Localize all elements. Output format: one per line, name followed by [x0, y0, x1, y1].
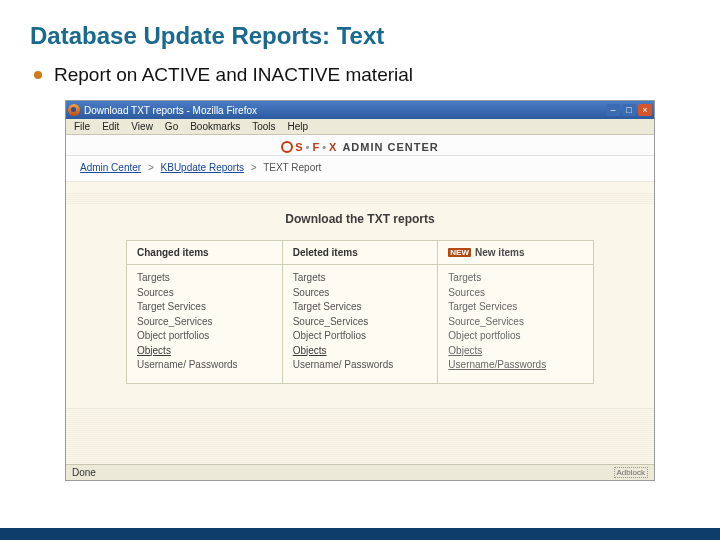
brand-s: S: [295, 141, 302, 153]
menu-go[interactable]: Go: [165, 121, 178, 132]
report-link[interactable]: Target Services: [137, 300, 272, 315]
column-header-label: Changed items: [137, 247, 209, 258]
new-badge-icon: NEW: [448, 248, 471, 257]
sfx-logo: S•F•X: [281, 141, 336, 153]
ring-icon: [281, 141, 293, 153]
reports-table: Changed itemsTargetsSourcesTarget Servic…: [126, 240, 594, 384]
report-link[interactable]: Sources: [448, 286, 583, 301]
column-header-label: New items: [475, 247, 524, 258]
admin-header: S•F•X ADMIN CENTER: [66, 135, 654, 156]
maximize-button[interactable]: □: [622, 104, 636, 116]
brand-f: F: [312, 141, 319, 153]
report-link[interactable]: Source_Services: [293, 315, 428, 330]
column-header-label: Deleted items: [293, 247, 358, 258]
titlebar: Download TXT reports - Mozilla Firefox –…: [66, 101, 654, 119]
minimize-button[interactable]: –: [606, 104, 620, 116]
bullet-text: Report on ACTIVE and INACTIVE material: [54, 64, 413, 86]
column-header: Changed items: [127, 241, 282, 265]
footer-strip: [0, 528, 720, 540]
report-link[interactable]: Targets: [293, 271, 428, 286]
report-link[interactable]: Sources: [293, 286, 428, 301]
report-link[interactable]: Source_Services: [137, 315, 272, 330]
menu-help[interactable]: Help: [288, 121, 309, 132]
bullet-icon: [34, 71, 42, 79]
column-header: Deleted items: [283, 241, 438, 265]
report-link[interactable]: Username/ Passwords: [293, 358, 428, 373]
report-link[interactable]: Target Services: [293, 300, 428, 315]
menu-bookmarks[interactable]: Bookmarks: [190, 121, 240, 132]
menubar: File Edit View Go Bookmarks Tools Help: [66, 119, 654, 135]
report-link[interactable]: Objects: [137, 344, 272, 359]
close-button[interactable]: ×: [638, 104, 652, 116]
window-title: Download TXT reports - Mozilla Firefox: [84, 105, 606, 116]
crumb-kbupdate[interactable]: KBUpdate Reports: [161, 162, 244, 173]
report-link[interactable]: Targets: [137, 271, 272, 286]
report-link[interactable]: Target Services: [448, 300, 583, 315]
report-link[interactable]: Source_Services: [448, 315, 583, 330]
firefox-icon: [68, 104, 80, 116]
report-link[interactable]: Sources: [137, 286, 272, 301]
admin-center-label: ADMIN CENTER: [342, 141, 438, 153]
crumb-current: TEXT Report: [263, 162, 321, 173]
report-link[interactable]: Objects: [293, 344, 428, 359]
report-link[interactable]: Object portfolios: [137, 329, 272, 344]
report-link[interactable]: Username/ Passwords: [137, 358, 272, 373]
crumb-admin[interactable]: Admin Center: [80, 162, 141, 173]
report-link[interactable]: Objects: [448, 344, 583, 359]
slide-title: Database Update Reports: Text: [30, 22, 690, 50]
report-link[interactable]: Targets: [448, 271, 583, 286]
page-title: Download the TXT reports: [66, 204, 654, 240]
statusbar: Done Adblock: [66, 464, 654, 480]
breadcrumb: Admin Center > KBUpdate Reports > TEXT R…: [66, 156, 654, 182]
menu-tools[interactable]: Tools: [252, 121, 275, 132]
crumb-sep: >: [148, 162, 154, 173]
browser-window: Download TXT reports - Mozilla Firefox –…: [65, 100, 655, 481]
brand-x: X: [329, 141, 336, 153]
menu-file[interactable]: File: [74, 121, 90, 132]
slide-bullet: Report on ACTIVE and INACTIVE material: [34, 64, 690, 86]
adblock-indicator[interactable]: Adblock: [614, 467, 648, 478]
report-link[interactable]: Username/Passwords: [448, 358, 583, 373]
report-link[interactable]: Object portfolios: [448, 329, 583, 344]
menu-view[interactable]: View: [131, 121, 153, 132]
crumb-sep: >: [251, 162, 257, 173]
menu-edit[interactable]: Edit: [102, 121, 119, 132]
status-text: Done: [72, 467, 96, 478]
column-header: NEWNew items: [438, 241, 593, 265]
report-link[interactable]: Object Portfolios: [293, 329, 428, 344]
